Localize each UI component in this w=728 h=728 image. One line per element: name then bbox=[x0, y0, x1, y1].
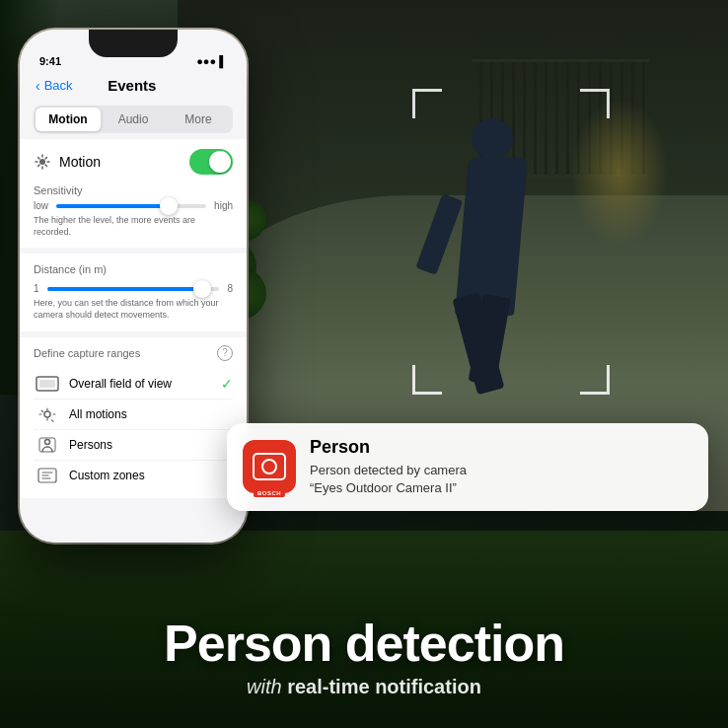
capture-row-zones[interactable]: Custom zones bbox=[34, 461, 233, 490]
svg-point-4 bbox=[45, 439, 50, 444]
sensitivity-hint: The higher the level, the more events ar… bbox=[34, 215, 233, 238]
back-button[interactable]: ‹ Back bbox=[36, 78, 73, 94]
check-overall: ✓ bbox=[221, 376, 233, 392]
capture-title: Define capture ranges bbox=[34, 347, 140, 359]
notification-desc-text: Person detected by camera bbox=[310, 463, 467, 477]
sub-title-strong: real-time notification bbox=[287, 676, 481, 697]
distance-min-label: 1 bbox=[34, 283, 39, 294]
motion-row: Motion bbox=[34, 149, 233, 175]
all-motions-icon bbox=[34, 405, 61, 423]
svg-point-0 bbox=[39, 159, 45, 165]
distance-label: Distance (in m) bbox=[34, 263, 233, 275]
svg-rect-2 bbox=[39, 380, 55, 388]
capture-label-motions: All motions bbox=[69, 407, 233, 421]
tab-audio[interactable]: Audio bbox=[101, 108, 166, 131]
capture-row-persons[interactable]: Persons bbox=[34, 430, 233, 461]
distance-hint: Here, you can set the distance from whic… bbox=[34, 298, 233, 321]
sensitivity-low-label: low bbox=[34, 200, 48, 211]
nav-title: Events bbox=[73, 77, 191, 94]
distance-thumb[interactable] bbox=[193, 280, 211, 298]
capture-label-persons: Persons bbox=[69, 438, 233, 452]
toggle-thumb bbox=[209, 151, 231, 173]
capture-row-overall[interactable]: Overall field of view ✓ bbox=[34, 369, 233, 400]
phone-screen: 9:41 ●●● ▌ ‹ Back Events Motion Audio Mo… bbox=[20, 30, 247, 543]
phone-mockup: 9:41 ●●● ▌ ‹ Back Events Motion Audio Mo… bbox=[20, 30, 247, 543]
distance-section: Distance (in m) 1 8 Here, you can set th… bbox=[20, 254, 247, 330]
tab-more[interactable]: More bbox=[166, 108, 231, 131]
main-title: Person detection bbox=[0, 616, 728, 672]
bosch-badge: BOSCH bbox=[254, 489, 285, 497]
distance-track[interactable] bbox=[47, 287, 220, 291]
distance-fill bbox=[47, 287, 202, 291]
corner-bottom-left bbox=[412, 365, 442, 395]
sensitivity-slider-row: low high bbox=[34, 200, 233, 211]
notification-content: Person Person detected by camera “Eyes O… bbox=[310, 437, 692, 497]
sensitivity-high-label: high bbox=[214, 200, 233, 211]
detection-frame bbox=[412, 89, 610, 395]
notification-title: Person bbox=[310, 437, 692, 458]
status-signals: ●●● ▌ bbox=[196, 55, 227, 67]
notification-camera-name: “Eyes Outdoor Camera II” bbox=[310, 480, 457, 495]
sensitivity-fill bbox=[56, 204, 169, 208]
distance-slider-row: 1 8 bbox=[34, 283, 233, 294]
svg-point-3 bbox=[44, 411, 50, 417]
custom-zones-icon bbox=[34, 467, 61, 484]
overall-field-icon bbox=[34, 375, 61, 393]
notification-icon-wrapper: BOSCH bbox=[243, 440, 296, 493]
motion-label-group: Motion bbox=[34, 153, 101, 171]
camera-icon bbox=[253, 453, 286, 480]
sensitivity-track[interactable] bbox=[56, 204, 206, 208]
capture-section: Define capture ranges ? Overall field of… bbox=[20, 337, 247, 498]
persons-icon bbox=[34, 436, 61, 454]
bottom-text-section: Person detection with real-time notifica… bbox=[0, 616, 728, 698]
tab-bar[interactable]: Motion Audio More bbox=[34, 106, 233, 133]
motion-symbol-icon bbox=[34, 153, 51, 171]
sensitivity-thumb[interactable] bbox=[160, 197, 178, 215]
back-chevron-icon: ‹ bbox=[36, 78, 40, 94]
sensitivity-label: Sensitivity bbox=[34, 184, 233, 196]
capture-label-zones: Custom zones bbox=[69, 469, 233, 482]
motion-toggle[interactable] bbox=[189, 149, 233, 175]
corner-bottom-right bbox=[580, 365, 610, 395]
tab-motion[interactable]: Motion bbox=[36, 108, 101, 131]
capture-label-overall: Overall field of view bbox=[69, 377, 221, 391]
sensitivity-section: Sensitivity low high The higher the leve… bbox=[34, 184, 233, 238]
distance-max-label: 8 bbox=[227, 283, 233, 294]
corner-top-left bbox=[412, 89, 442, 118]
nav-bar: ‹ Back Events bbox=[20, 71, 247, 100]
notification-description: Person detected by camera “Eyes Outdoor … bbox=[310, 462, 692, 497]
phone-notch bbox=[89, 30, 178, 57]
sub-title: with real-time notification bbox=[0, 676, 728, 698]
capture-row-motions[interactable]: All motions bbox=[34, 400, 233, 430]
capture-header: Define capture ranges ? bbox=[34, 345, 233, 361]
status-time: 9:41 bbox=[39, 55, 61, 67]
help-icon[interactable]: ? bbox=[217, 345, 233, 361]
corner-top-right bbox=[580, 89, 610, 118]
motion-label-text: Motion bbox=[59, 154, 101, 170]
motion-section: Motion Sensitivity low high The higher bbox=[20, 139, 247, 248]
back-label: Back bbox=[44, 78, 73, 93]
notification-card: BOSCH Person Person detected by camera “… bbox=[227, 423, 708, 511]
